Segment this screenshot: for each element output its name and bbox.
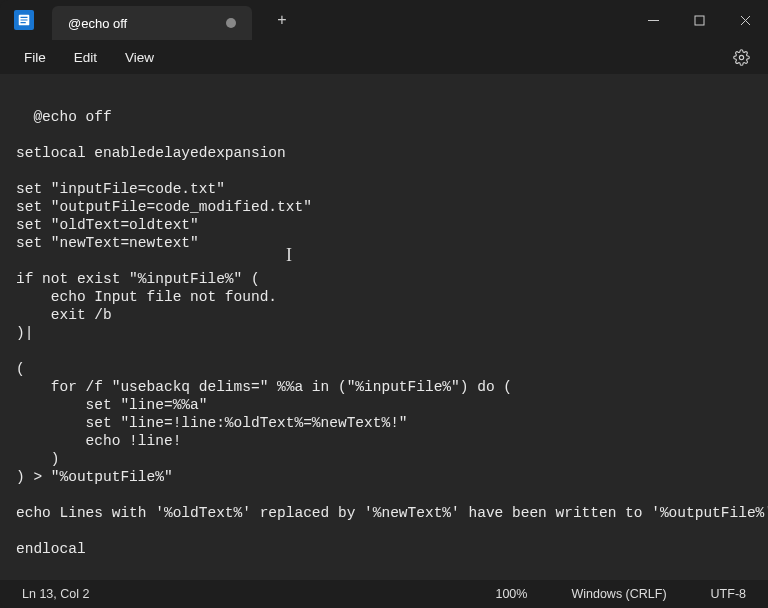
unsaved-indicator-icon bbox=[226, 18, 236, 28]
app-icon bbox=[14, 10, 34, 30]
svg-rect-5 bbox=[695, 16, 704, 25]
status-encoding[interactable]: UTF-8 bbox=[711, 587, 746, 601]
menu-edit[interactable]: Edit bbox=[62, 46, 109, 69]
status-position[interactable]: Ln 13, Col 2 bbox=[22, 587, 89, 601]
text-cursor-icon: I bbox=[286, 246, 292, 264]
editor-area[interactable]: @echo off setlocal enabledelayedexpansio… bbox=[0, 74, 768, 580]
menubar: File Edit View bbox=[0, 40, 768, 74]
settings-button[interactable] bbox=[727, 43, 756, 72]
new-tab-button[interactable]: + bbox=[264, 4, 300, 36]
menu-view[interactable]: View bbox=[113, 46, 166, 69]
maximize-button[interactable] bbox=[676, 0, 722, 40]
gear-icon bbox=[733, 49, 750, 66]
status-line-ending[interactable]: Windows (CRLF) bbox=[571, 587, 666, 601]
titlebar: @echo off + bbox=[0, 0, 768, 40]
close-button[interactable] bbox=[722, 0, 768, 40]
tab-active[interactable]: @echo off bbox=[52, 6, 252, 40]
plus-icon: + bbox=[277, 11, 286, 29]
status-zoom[interactable]: 100% bbox=[495, 587, 527, 601]
statusbar: Ln 13, Col 2 100% Windows (CRLF) UTF-8 bbox=[0, 580, 768, 608]
svg-point-8 bbox=[739, 55, 743, 59]
menu-file[interactable]: File bbox=[12, 46, 58, 69]
window-controls bbox=[630, 0, 768, 40]
tab-title: @echo off bbox=[68, 16, 127, 31]
minimize-button[interactable] bbox=[630, 0, 676, 40]
editor-content: @echo off setlocal enabledelayedexpansio… bbox=[16, 109, 768, 557]
